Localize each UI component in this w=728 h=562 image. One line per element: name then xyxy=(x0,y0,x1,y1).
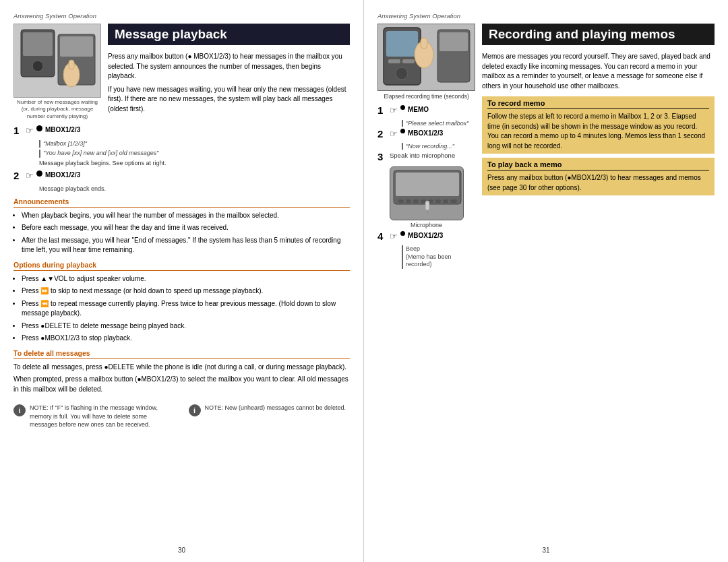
to-record-detail: Follow the steps at left to record a mem… xyxy=(487,112,709,151)
right-step2-row: 2 ☞ MBOX1/2/3 xyxy=(377,129,475,140)
right-device-col: Elapsed recording time (seconds) 1 ☞ MEM… xyxy=(377,24,475,269)
svg-rect-26 xyxy=(435,199,441,203)
right-step4-row: 4 ☞ MBOX1/2/3 xyxy=(377,231,475,243)
right-step2-finger: ☞ xyxy=(390,129,398,139)
note2-box: i NOTE: New (unheard) messages cannot be… xyxy=(189,404,351,429)
right-steps-col: 1 ☞ MEMO "Please select mailbox" 2 ☞ MBO… xyxy=(377,105,475,269)
options-title: Options during playback xyxy=(13,261,350,271)
right-step2-sublabel: "Now recording..." xyxy=(402,143,475,150)
right-intro: Memos are messages you record yourself. … xyxy=(482,52,715,91)
svg-rect-28 xyxy=(450,199,457,203)
step2-label: MBOX1/2/3 xyxy=(45,170,80,179)
right-step1-dot xyxy=(400,105,405,110)
right-section-header: Answering System Operation xyxy=(377,12,715,20)
svg-rect-22 xyxy=(406,199,411,203)
right-text-col: Recording and playing memos Memos are me… xyxy=(482,24,715,269)
right-step2-label: MBOX1/2/3 xyxy=(408,129,443,137)
announcement-item-2: Before each message, you will hear the d… xyxy=(22,223,350,233)
left-device-caption: Number of new messages waiting (or, duri… xyxy=(13,99,101,120)
step1-label: MBOX1/2/3 xyxy=(45,125,80,134)
option-item-5: Press ●MBOX1/2/3 to stop playback. xyxy=(22,334,350,344)
step1-row: 1 ☞ MBOX1/2/3 xyxy=(13,125,350,137)
note2-text: NOTE: New (unheard) messages cannot be d… xyxy=(205,404,346,412)
right-step1-num: 1 xyxy=(377,105,387,117)
left-page-number: 30 xyxy=(178,547,185,554)
announcement-item-1: When playback begins, you will hear the … xyxy=(22,211,350,221)
svg-rect-7 xyxy=(69,60,74,69)
right-step4-sublabel1: Beep xyxy=(406,245,475,253)
step2-note: Message playback ends. xyxy=(39,185,350,192)
left-device-image xyxy=(13,24,101,98)
right-step3-row: 3 Speak into microphone xyxy=(377,152,475,163)
microphone-area: Microphone xyxy=(377,166,475,228)
option-item-4: Press ●DELETE to delete message being pl… xyxy=(22,321,350,332)
svg-rect-2 xyxy=(23,32,53,56)
announcement-item-3: After the last message, you will hear "E… xyxy=(22,236,350,255)
step1-note: Message playback begins. See options at … xyxy=(39,160,350,166)
svg-rect-17 xyxy=(439,32,468,51)
left-intro2: If you have new messages waiting, you wi… xyxy=(108,85,350,115)
to-record-section: To record memo Follow the steps at left … xyxy=(482,96,715,154)
svg-point-3 xyxy=(32,61,43,71)
note1-box: i NOTE: If "F" is flashing in the messag… xyxy=(13,404,175,429)
svg-rect-10 xyxy=(386,31,418,57)
option-item-3: Press ⏪ to repeat message currently play… xyxy=(22,299,350,319)
right-step1-row: 1 ☞ MEMO xyxy=(377,105,475,117)
info-icon-1: i xyxy=(13,404,26,416)
right-step3-text: Speak into microphone xyxy=(390,152,455,159)
right-page-title: Recording and playing memos xyxy=(482,24,715,45)
left-section-header: Answering System Operation xyxy=(13,12,350,20)
delete-title: To delete all messages xyxy=(13,349,350,359)
step1-dot-icon xyxy=(36,125,42,131)
svg-rect-12 xyxy=(402,59,415,63)
step2-finger-icon: ☞ xyxy=(26,170,34,181)
step2-num: 2 xyxy=(13,170,23,182)
info-icon-2: i xyxy=(189,404,201,416)
to-record-title: To record memo xyxy=(487,99,709,109)
right-step2-dot xyxy=(400,129,405,133)
right-step1-finger: ☞ xyxy=(390,105,398,115)
to-play-title: To play back a memo xyxy=(487,160,709,170)
elapsed-label: Elapsed recording time (seconds) xyxy=(384,93,469,100)
svg-rect-23 xyxy=(413,199,419,203)
right-step4-dot xyxy=(400,231,405,236)
right-step4-sublabel: Beep (Memo has been recorded) xyxy=(402,245,475,269)
right-step2-num: 2 xyxy=(377,129,387,140)
left-page-title: Message playback xyxy=(108,24,350,45)
announcements-title: Announcements xyxy=(13,197,350,208)
right-step4-sublabel2: (Memo has been recorded) xyxy=(406,253,475,269)
step1-sublabel: "Mailbox [1/2/3]" xyxy=(39,140,350,148)
right-step1-label: MEMO xyxy=(408,105,429,114)
delete-text2: When prompted, press a mailbox button (●… xyxy=(13,375,350,394)
announcements-list: When playback begins, you will hear the … xyxy=(22,211,350,255)
svg-rect-5 xyxy=(60,36,93,57)
step1b-sublabel: "You have [xx] new and [xx] old messages… xyxy=(39,150,350,158)
option-item-2: Press ⏩ to skip to next message (or hold… xyxy=(22,286,350,296)
svg-rect-27 xyxy=(443,199,448,203)
step1-num: 1 xyxy=(13,125,23,137)
step2-row: 2 ☞ MBOX1/2/3 xyxy=(13,170,350,182)
right-step4-num: 4 xyxy=(377,231,387,243)
right-device-image xyxy=(377,24,475,91)
note1-text: NOTE: If "F" is flashing in the message … xyxy=(30,404,175,429)
microphone-label: Microphone xyxy=(411,222,442,228)
to-play-section: To play back a memo Press any mailbox bu… xyxy=(482,158,715,195)
delete-text1: To delete all messages, press ●DELETE wh… xyxy=(13,363,350,373)
to-play-detail: Press any mailbox button (●MBOX1/2/3) to… xyxy=(487,173,709,193)
step2-dot-icon xyxy=(36,170,42,177)
left-page: Answering System Operation xyxy=(0,0,364,562)
options-list: Press ▲▼VOL to adjust speaker volume. Pr… xyxy=(22,274,350,344)
right-step4-finger: ☞ xyxy=(390,231,398,241)
svg-rect-11 xyxy=(388,59,400,63)
svg-point-13 xyxy=(396,67,408,80)
left-intro1: Press any mailbox button (● MBOX1/2/3) t… xyxy=(108,52,350,82)
right-step1-sublabel-text: "Please select mailbox" xyxy=(406,120,468,127)
phone-device-img xyxy=(390,166,464,220)
svg-rect-15 xyxy=(421,38,427,49)
svg-rect-21 xyxy=(398,199,404,203)
right-step4-label: MBOX1/2/3 xyxy=(408,231,443,240)
right-page: Answering System Operation xyxy=(364,0,728,562)
svg-rect-29 xyxy=(425,201,429,210)
right-step2-sublabel-text: "Now recording..." xyxy=(406,143,454,150)
right-page-number: 31 xyxy=(542,547,549,554)
